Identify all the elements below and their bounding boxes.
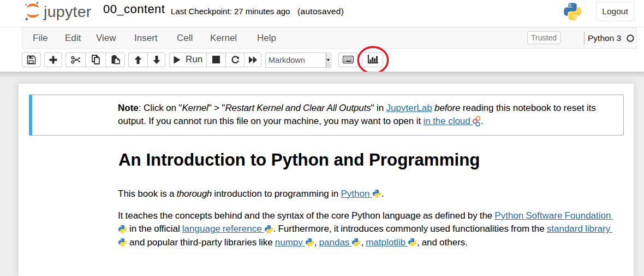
svg-text:jupyter: jupyter: [43, 3, 92, 20]
